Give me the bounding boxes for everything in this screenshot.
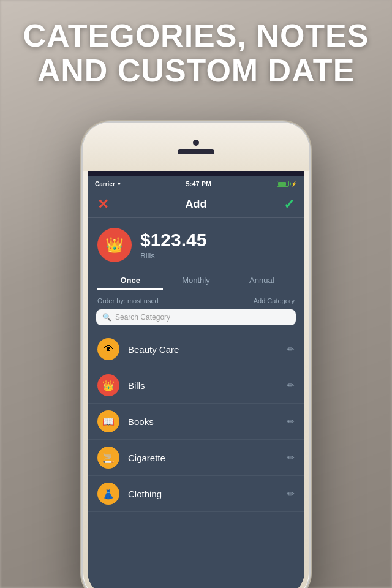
category-edit-button[interactable]: ✏ [287, 344, 295, 354]
category-item-icon: 🚬 [97, 447, 119, 469]
category-item-icon: 👗 [97, 483, 119, 505]
carrier-label: Carrier [95, 181, 115, 187]
list-item[interactable]: 🚬Cigarette✏ [88, 440, 304, 476]
nav-title: Add [186, 198, 207, 211]
status-right: ⚡ [277, 181, 297, 187]
confirm-button[interactable]: ✓ [284, 197, 295, 213]
status-time: 5:47 PM [186, 180, 212, 187]
category-item-name: Bills [128, 380, 279, 391]
category-item-name: Clothing [128, 489, 279, 499]
cancel-button[interactable]: ✕ [97, 197, 108, 213]
search-input[interactable]: Search Category [115, 313, 290, 322]
category-icon-symbol: 👑 [105, 236, 124, 254]
list-item[interactable]: 👁Beauty Care✏ [88, 331, 304, 368]
tab-annual[interactable]: Annual [229, 272, 295, 290]
category-edit-button[interactable]: ✏ [287, 417, 295, 426]
category-item-icon: 📖 [97, 410, 119, 432]
screen: Carrier ▾ 5:47 PM ⚡ ✕ Add ✓ [88, 176, 304, 588]
amount-category-label: Bills [140, 251, 295, 260]
category-edit-button[interactable]: ✏ [287, 453, 295, 462]
category-edit-button[interactable]: ✏ [287, 489, 295, 499]
speaker-grille [178, 149, 214, 154]
bolt-icon: ⚡ [291, 181, 297, 187]
camera-dot [193, 140, 199, 146]
amount-info: $123.45 Bills [140, 230, 295, 260]
headline-line2: AND CUSTOM DATE [12, 53, 380, 88]
selected-category-icon: 👑 [97, 228, 132, 262]
phone-frame: Carrier ▾ 5:47 PM ⚡ ✕ Add ✓ [83, 123, 309, 588]
category-edit-button[interactable]: ✏ [287, 380, 295, 390]
battery-icon [277, 181, 289, 187]
add-category-button[interactable]: Add Category [254, 297, 295, 304]
wifi-icon: ▾ [118, 181, 121, 187]
battery-fill [278, 182, 287, 186]
amount-value: $123.45 [140, 230, 295, 251]
status-left: Carrier ▾ [95, 181, 121, 187]
status-bar: Carrier ▾ 5:47 PM ⚡ [88, 176, 304, 191]
category-item-icon: 👁 [97, 338, 119, 360]
category-item-name: Books [128, 417, 279, 427]
list-item[interactable]: 📖Books✏ [88, 404, 304, 440]
tab-once[interactable]: Once [97, 272, 163, 290]
headline-line1: CATEGORIES, NOTES [12, 18, 380, 53]
amount-section: 👑 $123.45 Bills [88, 218, 304, 272]
search-bar[interactable]: 🔍 Search Category [96, 309, 296, 325]
phone-top-bar [83, 123, 309, 172]
category-item-name: Cigarette [128, 453, 279, 463]
order-label: Order by: most used [97, 297, 159, 304]
category-controls: Order by: most used Add Category [88, 295, 304, 309]
list-item[interactable]: 👑Bills✏ [88, 368, 304, 404]
search-icon: 🔍 [102, 313, 111, 322]
category-item-icon: 👑 [97, 374, 119, 396]
nav-bar: ✕ Add ✓ [88, 191, 304, 218]
tab-monthly[interactable]: Monthly [163, 272, 228, 290]
frequency-tabs: Once Monthly Annual [88, 272, 304, 290]
phone-inner: Carrier ▾ 5:47 PM ⚡ ✕ Add ✓ [88, 127, 304, 588]
category-item-name: Beauty Care [128, 344, 279, 355]
category-list: 👁Beauty Care✏👑Bills✏📖Books✏🚬Cigarette✏👗C… [88, 331, 304, 512]
headline: CATEGORIES, NOTES AND CUSTOM DATE [0, 18, 392, 88]
list-item[interactable]: 👗Clothing✏ [88, 476, 304, 512]
